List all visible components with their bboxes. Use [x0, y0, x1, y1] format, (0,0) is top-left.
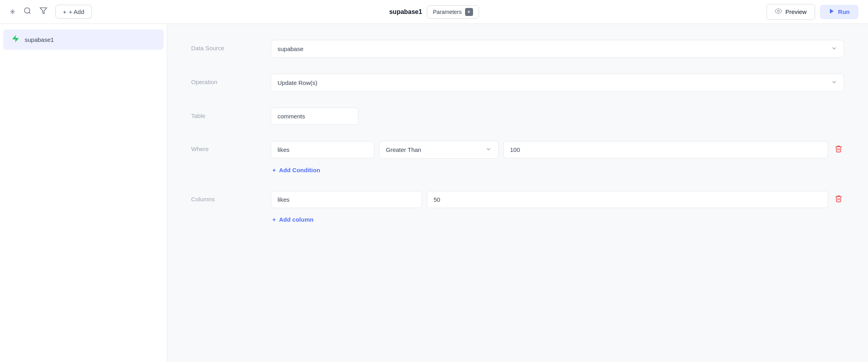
- where-value-input[interactable]: [503, 141, 828, 158]
- toolbar-left: ✳ + + Add: [10, 5, 177, 19]
- add-column-label: Add column: [279, 216, 314, 223]
- parameters-label: Parameters: [433, 9, 461, 15]
- data-source-select[interactable]: supabase: [271, 40, 844, 58]
- search-icon[interactable]: [23, 7, 31, 17]
- where-column-input[interactable]: [271, 141, 374, 158]
- svg-line-1: [29, 12, 31, 14]
- run-label: Run: [838, 8, 850, 15]
- add-condition-label: Add Condition: [279, 167, 320, 173]
- operation-section: Operation Update Row(s): [191, 74, 844, 92]
- svg-point-0: [25, 8, 30, 13]
- operation-value: Update Row(s): [278, 79, 317, 86]
- main-layout: supabase1 Data Source supabase Operation: [0, 24, 868, 362]
- svg-marker-2: [40, 8, 47, 14]
- operation-label: Operation: [191, 74, 271, 85]
- data-source-value: supabase: [278, 45, 303, 52]
- pin-icon[interactable]: ✳: [10, 8, 16, 16]
- svg-point-3: [778, 10, 780, 12]
- columns-label: Columns: [191, 191, 271, 203]
- table-label: Table: [191, 108, 271, 119]
- supabase-icon: [11, 34, 20, 45]
- toolbar-right: Preview Run: [691, 4, 858, 20]
- add-condition-button[interactable]: + Add Condition: [272, 165, 320, 175]
- where-label: Where: [191, 141, 271, 152]
- column-value-input[interactable]: [427, 191, 828, 208]
- add-column-plus: +: [272, 216, 276, 223]
- data-source-section: Data Source supabase: [191, 40, 844, 58]
- where-section: Where Greater Than: [191, 141, 844, 175]
- data-source-control: supabase: [271, 40, 844, 58]
- where-column-cell: [271, 141, 374, 158]
- where-value-cell: [503, 141, 828, 158]
- preview-label: Preview: [785, 8, 806, 15]
- operation-chevron: [831, 79, 837, 87]
- parameters-button[interactable]: Parameters +: [427, 5, 479, 19]
- column-value-cell: [427, 191, 828, 208]
- column-delete-button[interactable]: [833, 193, 844, 206]
- where-control: Greater Than: [271, 141, 844, 175]
- data-source-chevron: [831, 45, 837, 53]
- play-icon: [829, 8, 835, 16]
- table-control: [271, 108, 844, 125]
- where-row: Greater Than: [271, 141, 844, 159]
- run-button[interactable]: Run: [820, 5, 858, 19]
- svg-marker-4: [830, 9, 833, 14]
- columns-section: Columns: [191, 191, 844, 224]
- table-input[interactable]: [271, 108, 358, 125]
- table-section: Table: [191, 108, 844, 125]
- toolbar: ✳ + + Add supabase1 Parameters +: [0, 0, 868, 24]
- eye-icon: [775, 8, 782, 16]
- where-operator-value: Greater Than: [386, 146, 421, 153]
- sidebar-item-supabase1[interactable]: supabase1: [3, 30, 164, 50]
- operation-select[interactable]: Update Row(s): [271, 74, 844, 92]
- sidebar-item-label: supabase1: [25, 36, 54, 43]
- svg-marker-5: [12, 35, 19, 42]
- where-operator-cell: Greater Than: [379, 141, 499, 159]
- column-name-input[interactable]: [271, 191, 422, 208]
- where-delete-button[interactable]: [833, 143, 844, 156]
- add-column-button[interactable]: + Add column: [272, 214, 313, 224]
- filter-icon[interactable]: [39, 7, 47, 17]
- add-condition-plus: +: [272, 167, 276, 173]
- column-name-cell: [271, 191, 422, 208]
- parameters-plus-icon: +: [465, 8, 473, 16]
- add-button[interactable]: + + Add: [55, 5, 92, 19]
- tab-title: supabase1: [389, 8, 422, 16]
- preview-button[interactable]: Preview: [766, 4, 815, 20]
- toolbar-center: supabase1 Parameters +: [177, 5, 691, 19]
- data-source-label: Data Source: [191, 40, 271, 51]
- columns-control: + Add column: [271, 191, 844, 224]
- add-label: + Add: [69, 8, 84, 15]
- where-operator-select[interactable]: Greater Than: [379, 141, 499, 159]
- add-plus-icon: +: [63, 8, 66, 15]
- columns-row: [271, 191, 844, 208]
- where-operator-chevron: [485, 146, 492, 153]
- operation-control: Update Row(s): [271, 74, 844, 92]
- content-area: Data Source supabase Operation Update Ro…: [167, 24, 868, 362]
- sidebar: supabase1: [0, 24, 167, 362]
